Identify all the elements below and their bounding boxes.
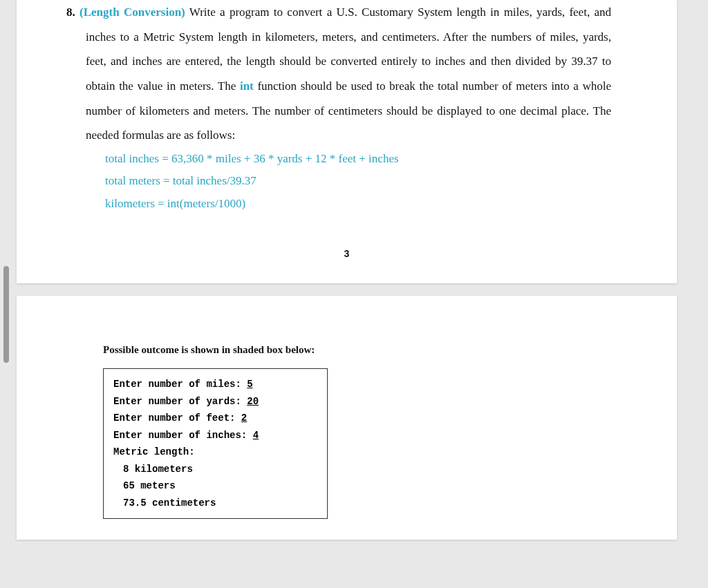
prompt-yards: Enter number of yards: 20 xyxy=(113,393,317,410)
formula-line-2: total meters = total inches/39.37 xyxy=(105,170,611,192)
prompt-inches: Enter number of inches: 4 xyxy=(113,427,317,444)
problem-number: 8. xyxy=(66,6,75,19)
problem-title: (Length Conversion) xyxy=(80,6,185,19)
output-cm: 73.5 centimeters xyxy=(123,495,317,512)
int-keyword: int xyxy=(240,79,254,93)
scrollbar-thumb[interactable] xyxy=(3,266,9,363)
input-miles: 5 xyxy=(247,379,252,390)
output-km: 8 kilometers xyxy=(123,461,317,478)
metric-heading: Metric length: xyxy=(113,444,317,461)
input-inches: 4 xyxy=(253,430,259,441)
formula-line-3: kilometers = int(meters/1000) xyxy=(105,193,611,215)
code-output-box: Enter number of miles: 5 Enter number of… xyxy=(103,368,328,519)
input-yards: 20 xyxy=(247,396,259,407)
page-number: 3 xyxy=(82,248,611,259)
problem-text: 8. (Length Conversion) Write a program t… xyxy=(86,0,611,148)
output-m: 65 meters xyxy=(123,477,317,495)
document-page-bottom: Possible outcome is shown in shaded box … xyxy=(17,296,677,540)
formula-line-1: total inches = 63,360 * miles + 36 * yar… xyxy=(105,148,611,170)
prompt-feet: Enter number of feet: 2 xyxy=(113,410,317,427)
input-feet: 2 xyxy=(241,412,247,424)
problem-block: 8. (Length Conversion) Write a program t… xyxy=(86,0,611,215)
document-page-top: 8. (Length Conversion) Write a program t… xyxy=(17,0,677,283)
outcome-heading: Possible outcome is shown in shaded box … xyxy=(103,344,611,356)
prompt-miles: Enter number of miles: 5 xyxy=(113,376,317,393)
